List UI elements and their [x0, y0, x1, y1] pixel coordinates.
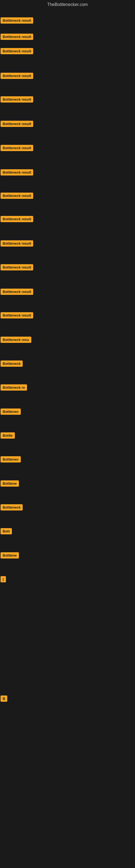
bottleneck-badge-9: Bottleneck result: [1, 193, 33, 199]
bottleneck-badge-14: Bottleneck result: [1, 312, 33, 318]
bottleneck-badge-23: Bott: [1, 528, 12, 534]
site-title-bar: TheBottlenecker.com: [0, 0, 135, 9]
bottleneck-badge-1: Bottleneck result: [1, 18, 33, 24]
bottleneck-badge-22: Bottleneck: [1, 504, 23, 510]
site-title: TheBottlenecker.com: [47, 2, 88, 7]
bottleneck-badge-6: Bottleneck result: [1, 121, 33, 127]
bottleneck-badge-7: Bottleneck result: [1, 145, 33, 151]
bottleneck-badge-15: Bottleneck resu: [1, 337, 31, 343]
bottleneck-badge-2: Bottleneck result: [1, 34, 33, 40]
bottleneck-badge-26: B: [1, 695, 7, 702]
bottleneck-badge-24: Bottlene: [1, 552, 19, 558]
bottleneck-badge-12: Bottleneck result: [1, 264, 33, 271]
bottleneck-badge-8: Bottleneck result: [1, 169, 33, 176]
bottleneck-badge-20: Bottlenec: [1, 456, 21, 463]
bottleneck-badge-3: Bottleneck result: [1, 48, 33, 54]
bottleneck-badge-5: Bottleneck result: [1, 96, 33, 102]
bottleneck-badge-18: Bottlenec: [1, 408, 21, 415]
bottleneck-badge-19: Bottle: [1, 432, 15, 439]
bottleneck-badge-17: Bottleneck re: [1, 384, 27, 391]
badges-container: Bottleneck resultBottleneck resultBottle…: [0, 9, 135, 868]
bottleneck-badge-25: |: [1, 576, 6, 582]
bottleneck-badge-10: Bottleneck result: [1, 216, 33, 222]
bottleneck-badge-11: Bottleneck result: [1, 240, 33, 247]
bottleneck-badge-13: Bottleneck result: [1, 289, 33, 295]
bottleneck-badge-4: Bottleneck result: [1, 73, 33, 79]
bottleneck-badge-21: Bottlene: [1, 480, 19, 487]
bottleneck-badge-16: Bottleneck: [1, 361, 23, 367]
